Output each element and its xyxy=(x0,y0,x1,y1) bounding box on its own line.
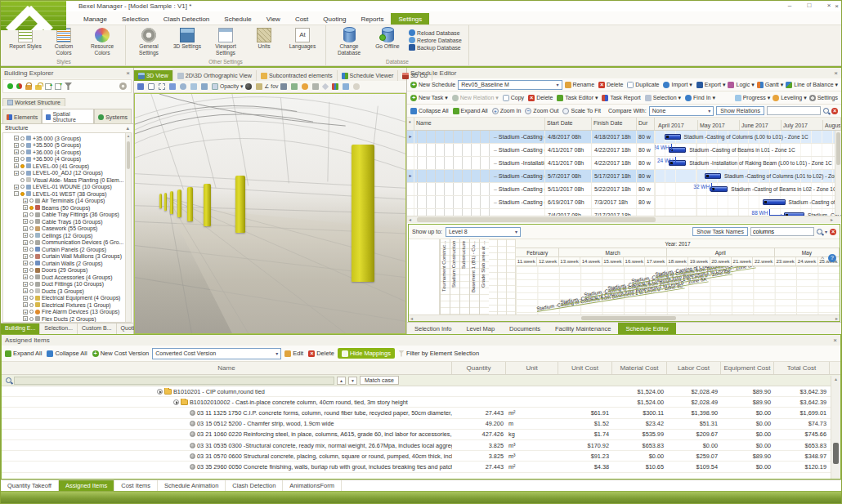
viewport-tool-button[interactable] xyxy=(312,83,320,90)
show-relations-button[interactable]: Show Relations xyxy=(716,106,764,115)
visibility-radio-icon[interactable] xyxy=(20,171,25,175)
expander-icon[interactable]: + xyxy=(23,254,28,259)
tree-item[interactable]: + +35.000 (3 Groups) xyxy=(3,135,124,142)
column-header-name[interactable]: Name xyxy=(414,118,545,130)
tree-item[interactable]: + Ducts (3 Groups) xyxy=(3,288,124,295)
column-header-equipment-cost[interactable]: Equipment Cost xyxy=(721,362,774,374)
menu-tab[interactable]: Clash Detection xyxy=(156,13,217,25)
viewport-tool-button[interactable] xyxy=(280,83,289,90)
assigned-row[interactable]: 03 31 0535 0300 -Structural concrete, re… xyxy=(2,440,840,451)
tree-item[interactable]: + Cable Tray Fittings (36 Groups) xyxy=(3,212,124,219)
tree-item[interactable]: + Curtain Panels (2 Groups) xyxy=(3,246,124,253)
expander-icon[interactable]: − xyxy=(14,191,19,196)
toolbar-button[interactable]: Expand All xyxy=(453,108,488,114)
explorer-bottom-tab[interactable]: Building E... xyxy=(1,323,40,334)
tree-item[interactable]: + Fire Alarm Devices (13 Groups) xyxy=(3,309,124,316)
gantt-row[interactable]: Stadium -Installation... 4/11/2017 08h 4… xyxy=(407,157,841,170)
viewport-tab[interactable]: 3D View xyxy=(134,70,173,81)
visibility-radio-icon[interactable] xyxy=(29,220,34,224)
visibility-radio-icon[interactable] xyxy=(20,143,25,147)
menu-tab[interactable]: Selection xyxy=(114,13,156,25)
column-header-material-cost[interactable]: Material Cost xyxy=(612,362,667,374)
viewport-tab[interactable]: Schedule Viewer xyxy=(338,70,399,81)
tree-item[interactable]: + Cable Trays (16 Groups) xyxy=(3,218,124,225)
gear-icon[interactable] xyxy=(119,83,127,90)
bottom-dock-tab[interactable]: AnimationsForm xyxy=(283,480,342,491)
menu-tab[interactable]: Quoting xyxy=(316,13,353,25)
menu-tab[interactable]: View xyxy=(259,13,288,25)
expander-icon[interactable]: + xyxy=(14,157,19,162)
toolbar-button[interactable]: Rename xyxy=(565,82,594,88)
ribbon-small-button[interactable]: Restore Database xyxy=(409,37,462,43)
tree-item[interactable]: + Duct Accessories (4 Groups) xyxy=(3,274,124,281)
expander-icon[interactable]: + xyxy=(14,185,19,190)
ribbon-button[interactable]: Languages xyxy=(286,28,319,56)
column-header-labor-cost[interactable]: Labor Cost xyxy=(667,362,721,374)
viewport-tool-button[interactable] xyxy=(343,83,351,90)
explorer-tab[interactable]: Elements xyxy=(2,109,42,123)
gantt-row[interactable]: Stadium -Casting of B... 4/11/2017 08h 4… xyxy=(407,144,841,157)
viewport-tool-button[interactable] xyxy=(180,83,188,90)
menu-tab[interactable]: Reports xyxy=(353,13,391,25)
expander-icon[interactable]: + xyxy=(23,310,28,314)
toolbar-button[interactable]: Expand All xyxy=(5,350,42,357)
toolbar-button[interactable]: Leveling ▾ xyxy=(773,95,807,101)
assigned-row[interactable]: B10102010002 - Cast-in-place concrete co… xyxy=(2,397,840,408)
expander-icon[interactable] xyxy=(14,177,19,182)
toolbar-button[interactable]: Selection ▾ xyxy=(645,95,681,101)
toolbar-button[interactable]: New Task ▾ xyxy=(410,95,448,101)
toolbar-button[interactable]: Delete xyxy=(598,82,623,88)
toolbar-button[interactable]: Logic ▾ xyxy=(728,82,754,88)
compare-with-select[interactable]: None ▾ xyxy=(649,106,714,116)
gantt-bar[interactable] xyxy=(705,173,721,179)
row-expander-icon[interactable] xyxy=(173,399,179,405)
ribbon-button[interactable]: Custom Colors xyxy=(47,28,80,56)
visibility-radio-icon[interactable] xyxy=(29,317,34,321)
schedule-select[interactable]: Rev05_Baseline M ▾ xyxy=(458,80,562,90)
toolbar-button[interactable]: New Relation ▾ xyxy=(452,95,499,101)
filter-icon[interactable] xyxy=(65,83,72,90)
assigned-row[interactable]: B1010201 - CIP column,round tied $1,524.… xyxy=(2,386,840,397)
gantt-chart-cell[interactable]: Stadium -Casting of Columns (L01 to L02)… xyxy=(655,170,841,182)
schedule-bottom-tab[interactable]: Schedule Editor xyxy=(618,323,676,334)
menu-tab[interactable]: Cost xyxy=(288,13,316,25)
viewport-tool-button[interactable] xyxy=(190,83,199,90)
toolbar-button[interactable]: Gantt ▾ xyxy=(757,82,784,88)
tree-item[interactable]: + +35.500 (5 Groups) xyxy=(3,142,124,149)
expander-icon[interactable]: + xyxy=(23,226,28,231)
visibility-radio-icon[interactable] xyxy=(29,234,34,238)
expander-icon[interactable]: + xyxy=(23,219,28,224)
explorer-bottom-tab[interactable]: Custom B... xyxy=(78,323,117,334)
menu-tab[interactable]: Manage xyxy=(76,13,114,25)
toolbar-button[interactable]: Zoom Out xyxy=(525,108,558,114)
visibility-radio-icon[interactable] xyxy=(29,261,34,265)
cost-version-select[interactable]: Converted Cost Version ▾ xyxy=(152,348,281,359)
visibility-radio-icon[interactable] xyxy=(20,192,25,196)
viewport-tool-button[interactable] xyxy=(148,83,156,90)
visibility-radio-icon[interactable] xyxy=(20,178,25,182)
expander-icon[interactable]: + xyxy=(23,316,28,321)
expander-icon[interactable]: + xyxy=(14,149,19,154)
column-header-start[interactable]: Start Date xyxy=(545,118,592,130)
add-selection-icon[interactable] xyxy=(45,83,52,90)
unlock-icon[interactable] xyxy=(35,85,42,90)
menu-tab[interactable]: Settings xyxy=(391,13,429,25)
visibility-radio-icon[interactable] xyxy=(29,303,34,307)
toolbar-button[interactable]: Task Editor ▾ xyxy=(557,95,598,101)
tree-item[interactable]: + Curtain Walls (2 Groups) xyxy=(3,260,124,267)
search-down-button[interactable]: ▼ xyxy=(348,377,357,385)
ribbon-button[interactable]: General Settings xyxy=(132,28,165,56)
ribbon-button[interactable]: Resource Colors xyxy=(86,28,119,56)
show-up-to-select[interactable]: Level 8 ▾ xyxy=(446,227,521,237)
visibility-radio-icon[interactable] xyxy=(29,275,34,279)
toolbar-button[interactable]: Import ▾ xyxy=(663,82,692,88)
help-icon[interactable]: ? xyxy=(828,254,836,262)
maximize-button[interactable]: □ xyxy=(800,1,818,10)
visibility-radio-icon[interactable] xyxy=(29,268,34,272)
explorer-tab[interactable]: Systems xyxy=(94,109,132,123)
toolbar-button[interactable]: Scale To Fit xyxy=(562,108,600,114)
search-up-button[interactable]: ▲ xyxy=(337,377,346,385)
ribbon-button[interactable]: Report Styles xyxy=(9,28,42,56)
tree-item[interactable]: + Ceilings (12 Groups) xyxy=(3,232,124,239)
visibility-radio-icon[interactable] xyxy=(29,310,34,314)
